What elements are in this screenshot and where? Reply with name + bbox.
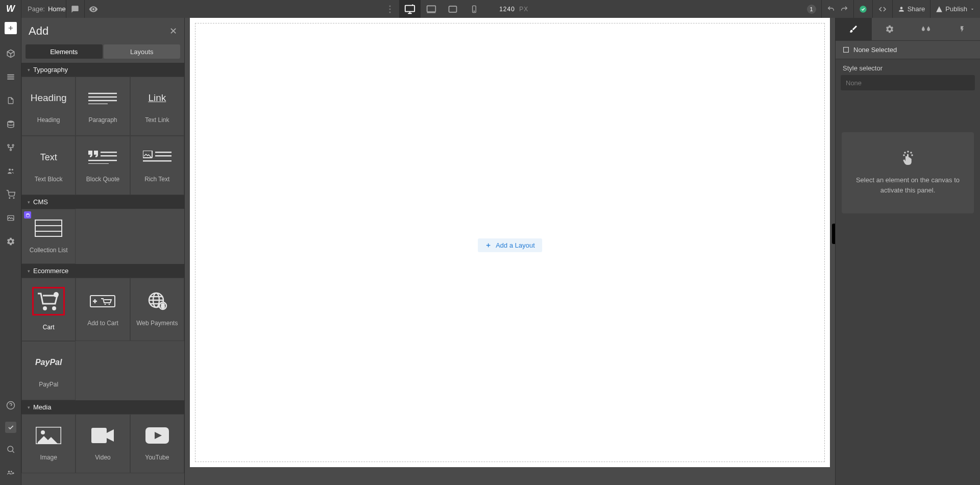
tab-effects-lightning-icon[interactable]: [944, 18, 980, 40]
collection-list-icon: [33, 218, 64, 238]
top-bar: W Page: Home 1240 PX 1: [0, 0, 980, 18]
svg-rect-11: [7, 79, 14, 80]
publish-button[interactable]: Publish: [930, 0, 980, 18]
add-panel-tabs: Elements Layouts: [21, 44, 184, 63]
svg-point-12: [8, 120, 14, 123]
element-web-payments[interactable]: $ Web Payments: [130, 278, 184, 341]
tab-interactions-droplet-icon[interactable]: [908, 18, 944, 40]
svg-point-65: [903, 155, 904, 156]
search-icon[interactable]: [4, 442, 18, 456]
undo-icon[interactable]: [821, 0, 840, 18]
video-icon: [87, 425, 118, 446]
svg-rect-32: [88, 160, 117, 161]
element-rich-text[interactable]: Rich Text: [130, 136, 184, 195]
plus-icon: [485, 242, 492, 249]
add-panel-scroll[interactable]: Typography Heading Heading Paragraph Lin…: [21, 63, 184, 485]
box-icon[interactable]: [4, 46, 18, 61]
main-layout: Add ✕ Elements Layouts Typography Headin…: [0, 18, 980, 485]
cart-icon: 1: [37, 292, 60, 311]
status-ok-icon[interactable]: [853, 0, 872, 18]
element-image[interactable]: Image: [21, 414, 76, 473]
element-add-to-cart[interactable]: Add to Cart: [76, 278, 130, 341]
add-layout-label: Add a Layout: [496, 241, 535, 249]
ecommerce-icon[interactable]: [4, 187, 18, 202]
svg-rect-10: [7, 77, 14, 78]
cms-icon[interactable]: [4, 117, 18, 131]
svg-rect-25: [12, 472, 13, 474]
share-button[interactable]: Share: [892, 0, 930, 18]
category-cms[interactable]: CMS: [21, 195, 184, 209]
svg-rect-33: [88, 163, 109, 164]
element-paypal[interactable]: PayPal PayPal: [21, 341, 76, 400]
svg-point-14: [12, 144, 14, 146]
help-icon[interactable]: [4, 398, 18, 413]
svg-rect-37: [143, 160, 172, 162]
element-collection-list[interactable]: Collection List: [21, 209, 76, 264]
svg-rect-35: [155, 152, 172, 153]
settings-gear-icon[interactable]: [4, 234, 18, 249]
tab-layouts[interactable]: Layouts: [104, 44, 181, 59]
element-text-link[interactable]: Link Text Link: [130, 77, 184, 136]
comments-icon[interactable]: [66, 0, 84, 18]
svg-point-39: [26, 213, 29, 214]
svg-rect-5: [449, 6, 457, 12]
page-label: Page:: [21, 5, 48, 13]
element-text-block[interactable]: Text Text Block: [21, 136, 76, 195]
web-payments-icon: $: [142, 291, 173, 311]
add-element-icon[interactable]: [5, 22, 17, 34]
canvas-width-display[interactable]: 1240 PX: [499, 6, 528, 13]
code-embed-icon[interactable]: [872, 0, 892, 18]
share-label: Share: [908, 5, 925, 13]
redo-icon[interactable]: [840, 0, 853, 18]
add-to-cart-icon: [87, 291, 118, 311]
assets-icon[interactable]: [4, 211, 18, 225]
symbols-icon[interactable]: [4, 140, 18, 155]
device-tablet-landscape-icon[interactable]: [442, 0, 463, 18]
element-youtube[interactable]: YouTube: [130, 414, 184, 473]
image-icon: [33, 425, 64, 446]
topbar-right: 1 Share Publish: [807, 0, 980, 18]
category-ecommerce[interactable]: Ecommerce: [21, 264, 184, 278]
rich-text-icon: [142, 147, 173, 167]
page-name[interactable]: Home: [48, 5, 66, 13]
tab-style-brush-icon[interactable]: [836, 18, 872, 40]
pages-icon[interactable]: [4, 93, 18, 108]
element-paragraph[interactable]: Paragraph: [76, 77, 130, 136]
preview-eye-icon[interactable]: [84, 0, 103, 18]
device-tablet-icon[interactable]: [421, 0, 442, 18]
navigator-icon[interactable]: [4, 70, 18, 84]
svg-point-15: [10, 149, 11, 151]
category-media[interactable]: Media: [21, 400, 184, 414]
svg-point-8: [860, 6, 866, 12]
svg-point-17: [11, 169, 13, 171]
more-menu-icon[interactable]: [381, 0, 399, 18]
tab-settings-gear-icon[interactable]: [872, 18, 908, 40]
element-video[interactable]: Video: [76, 414, 130, 473]
users-icon[interactable]: [4, 164, 18, 178]
device-mobile-icon[interactable]: [463, 0, 485, 18]
canvas-resize-handle[interactable]: [832, 224, 835, 244]
heading-icon: Heading: [33, 88, 64, 108]
svg-point-1: [389, 8, 391, 10]
add-layout-button[interactable]: Add a Layout: [478, 238, 542, 252]
device-desktop-icon[interactable]: [399, 0, 421, 18]
canvas[interactable]: Add a Layout: [190, 18, 830, 467]
audit-check-icon[interactable]: [5, 422, 16, 433]
changes-badge[interactable]: 1: [807, 5, 816, 14]
style-tabs: [836, 18, 980, 40]
webflow-logo-icon[interactable]: W: [0, 0, 21, 18]
right-panel: None Selected Style selector None Select…: [835, 18, 980, 485]
element-block-quote[interactable]: Block Quote: [76, 136, 130, 195]
close-icon[interactable]: ✕: [169, 26, 177, 37]
tab-elements[interactable]: Elements: [26, 44, 103, 59]
category-typography[interactable]: Typography: [21, 63, 184, 77]
style-selector-placeholder: None: [846, 79, 862, 87]
element-cart[interactable]: 1 Cart: [21, 278, 76, 341]
link-icon: Link: [142, 88, 173, 108]
svg-point-49: [109, 304, 110, 305]
style-selector-input[interactable]: None: [841, 75, 975, 90]
element-heading[interactable]: Heading Heading: [21, 77, 76, 136]
video-tutorial-icon[interactable]: [4, 466, 18, 480]
svg-text:1: 1: [55, 293, 58, 297]
svg-text:$: $: [161, 303, 164, 309]
